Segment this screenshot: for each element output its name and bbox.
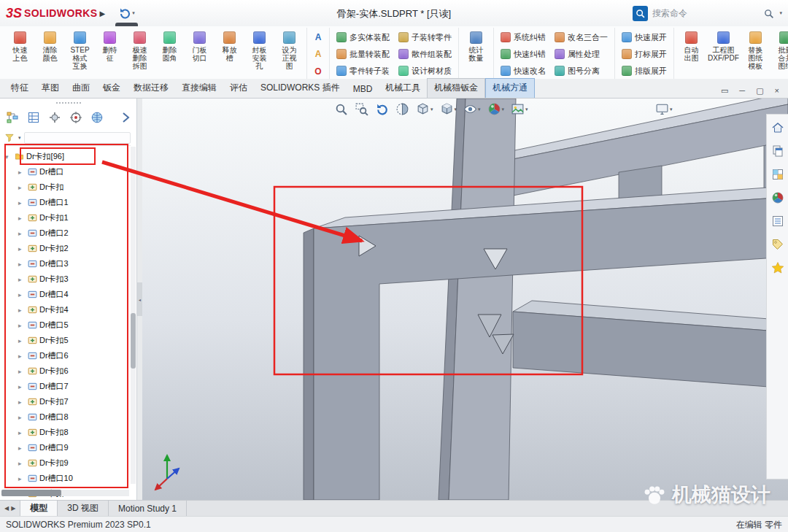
expand-arrow-icon[interactable]: ▾: [5, 153, 12, 161]
tree-horizontal-scrollbar[interactable]: [1, 490, 129, 496]
expand-arrow-icon[interactable]: ▸: [18, 307, 26, 314]
feature-tree-item[interactable]: ▸Dr槽口8: [0, 409, 130, 425]
ribbon-button[interactable]: 快速纠错: [497, 47, 549, 61]
view-orientation-icon[interactable]: ▾: [415, 101, 434, 117]
feature-tree-item[interactable]: ▸Dr槽口9: [0, 440, 130, 455]
expand-arrow-icon[interactable]: ▸: [18, 245, 26, 252]
design-library-icon[interactable]: [771, 144, 784, 161]
expand-arrow-icon[interactable]: ▸: [18, 184, 26, 191]
property-manager-icon[interactable]: [27, 111, 40, 127]
ribbon-button[interactable]: 属性处理: [551, 47, 611, 61]
ribbon-tab[interactable]: 曲面: [66, 79, 96, 98]
expand-arrow-icon[interactable]: ▸: [18, 291, 26, 298]
dropdown-caret-icon[interactable]: ▾: [132, 10, 135, 16]
command-search[interactable]: 搜索命令 ▾: [633, 5, 782, 21]
dropdown-caret-icon[interactable]: ▾: [525, 107, 528, 112]
expand-pane-icon[interactable]: [119, 111, 132, 127]
ribbon-tab[interactable]: 草图: [35, 79, 66, 98]
filter-caret-icon[interactable]: ▾: [18, 135, 21, 141]
search-input[interactable]: 搜索命令: [652, 7, 759, 20]
ribbon-tab[interactable]: 评估: [223, 79, 254, 98]
ribbon-button[interactable]: 删特征: [95, 28, 125, 80]
ribbon-button[interactable]: 批量合并图纸: [770, 28, 788, 80]
ribbon-button[interactable]: 设计树材质: [395, 63, 455, 78]
dropdown-caret-icon[interactable]: ▾: [478, 107, 481, 112]
display-manager-icon[interactable]: [90, 111, 104, 127]
favorites-icon[interactable]: [771, 261, 784, 277]
ribbon-button[interactable]: 图号分离: [551, 63, 611, 78]
ribbon-button[interactable]: 封板安装孔: [244, 28, 274, 80]
section-view-icon[interactable]: [395, 101, 410, 117]
ribbon-button[interactable]: 自动出图: [676, 28, 706, 80]
ribbon-tab[interactable]: 特征: [4, 79, 35, 98]
close-button[interactable]: ×: [775, 87, 779, 95]
ribbon-button[interactable]: 删除圆角: [155, 28, 185, 80]
undo-button[interactable]: ▾: [115, 4, 138, 23]
dropdown-caret-icon[interactable]: ▾: [430, 107, 433, 112]
feature-tree-item[interactable]: ▸Dr槽口2: [0, 225, 130, 241]
appearances-icon[interactable]: [771, 191, 784, 207]
search-icon[interactable]: [763, 8, 774, 19]
ribbon-button[interactable]: 门板切口: [185, 28, 215, 80]
ribbon-button[interactable]: 快速上色: [5, 28, 35, 80]
ribbon-button[interactable]: 工程图DXF/PDF: [706, 28, 741, 80]
ribbon-button[interactable]: 统计数量: [461, 28, 491, 80]
splitter-handle-icon[interactable]: ◂: [137, 282, 142, 316]
panel-grip[interactable]: [56, 102, 81, 107]
expand-arrow-icon[interactable]: ▸: [18, 169, 26, 176]
feature-tree-item[interactable]: ▸Dr卡扣: [0, 180, 130, 195]
view-settings-icon[interactable]: ▾: [654, 101, 673, 117]
feature-tree-item[interactable]: ▸Dr卡扣1: [0, 210, 130, 225]
expand-arrow-icon[interactable]: ▸: [18, 276, 26, 283]
ribbon-button[interactable]: 打标展开: [618, 47, 671, 61]
expand-arrow-icon[interactable]: ▸: [18, 414, 26, 421]
feature-tree-item[interactable]: ▸Dr卡扣4: [0, 302, 130, 317]
ribbon-button[interactable]: 多实体装配: [333, 30, 393, 45]
model-tab[interactable]: Motion Study 1: [109, 501, 187, 516]
feature-tree-item[interactable]: ▸Dr卡扣3: [0, 271, 130, 287]
zoom-area-icon[interactable]: [354, 101, 369, 117]
custom-properties-icon[interactable]: [771, 238, 784, 254]
expand-arrow-icon[interactable]: ▸: [18, 383, 26, 390]
feature-tree-folder[interactable]: ▾Dr卡扣[96]: [0, 149, 130, 164]
ribbon-tab[interactable]: 直接编辑: [175, 79, 223, 98]
logo-flyout-arrow-icon[interactable]: ▶: [99, 9, 105, 18]
minimize-button[interactable]: ─: [739, 87, 745, 95]
filter-funnel-icon[interactable]: [4, 133, 15, 143]
configuration-manager-icon[interactable]: [48, 111, 61, 127]
hide-show-items-icon[interactable]: ▾: [463, 101, 482, 117]
expand-arrow-icon[interactable]: ▸: [18, 337, 26, 344]
expand-arrow-icon[interactable]: ▸: [18, 444, 26, 452]
model-tab[interactable]: 模型: [20, 501, 58, 516]
ribbon-button[interactable]: 散件组装配: [395, 47, 455, 61]
restore-button[interactable]: ▢: [756, 87, 763, 95]
zoom-fit-icon[interactable]: [333, 101, 349, 117]
feature-tree-item[interactable]: ▸Dr槽口5: [0, 317, 130, 333]
expand-arrow-icon[interactable]: ▸: [18, 261, 26, 268]
expand-arrow-icon[interactable]: ▸: [18, 322, 26, 329]
expand-arrow-icon[interactable]: ▸: [18, 352, 26, 360]
previous-view-icon[interactable]: [374, 101, 390, 117]
file-explorer-icon[interactable]: [771, 168, 784, 184]
feature-tree-item[interactable]: ▸Dr槽口: [0, 164, 130, 180]
undock-button[interactable]: ▭: [721, 87, 728, 95]
ribbon-button[interactable]: 改名三合一: [551, 30, 611, 45]
ribbon-button[interactable]: 设为正视图: [274, 28, 304, 80]
ribbon-button[interactable]: 系统纠错: [497, 30, 549, 45]
expand-arrow-icon[interactable]: ▸: [18, 199, 26, 207]
dropdown-caret-icon[interactable]: ▾: [670, 107, 673, 112]
expand-arrow-icon[interactable]: ▸: [18, 429, 26, 436]
graphics-viewport[interactable]: ▾▾▾▾▾ ▾: [142, 99, 788, 500]
ribbon-button[interactable]: 快速改名: [497, 63, 549, 78]
expand-arrow-icon[interactable]: ▸: [18, 460, 26, 467]
ribbon-tab[interactable]: 钣金: [96, 79, 127, 98]
ribbon-button[interactable]: A: [312, 30, 325, 44]
expand-arrow-icon[interactable]: ▸: [18, 368, 26, 375]
feature-tree-item[interactable]: ▸Dr槽口6: [0, 348, 130, 363]
expand-arrow-icon[interactable]: ▸: [18, 230, 26, 237]
feature-tree-item[interactable]: ▸Dr卡扣7: [0, 394, 130, 409]
home-icon[interactable]: [771, 121, 784, 137]
feature-tree-item[interactable]: ▸Dr卡扣8: [0, 425, 130, 440]
scrollbar-thumb[interactable]: [131, 313, 136, 369]
feature-tree-item[interactable]: ▸Dr槽口10: [0, 471, 130, 486]
